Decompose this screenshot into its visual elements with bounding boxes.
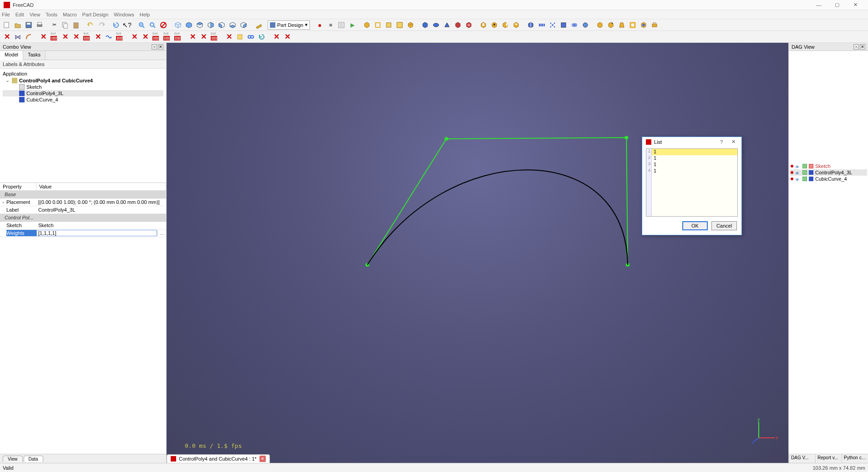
close-11-button[interactable]: ✕ (271, 32, 281, 42)
prop-group-base[interactable]: Base (0, 191, 166, 198)
prop-group-controlpol[interactable]: Control Pol... (0, 214, 166, 222)
menu-tools[interactable]: Tools (46, 12, 57, 17)
window-close-button[interactable]: ✕ (846, 2, 864, 8)
reload-button[interactable] (257, 32, 267, 42)
grid-6x4-2-button[interactable]: 6x4 (173, 32, 183, 42)
model-tree[interactable]: Application ⌄ ControlPoly4 and CubicCurv… (0, 69, 166, 183)
paste-button[interactable] (71, 20, 81, 30)
close-6-button[interactable]: ✕ (129, 32, 139, 42)
close-7-button[interactable]: ✕ (140, 32, 150, 42)
iso-view-button[interactable] (173, 20, 183, 30)
prop-weights[interactable]: Weights [1,1,1,1] … (0, 229, 166, 237)
open-button[interactable] (13, 20, 23, 30)
close-1-button[interactable]: ✕ (2, 32, 12, 42)
panel-undock-button[interactable]: ▫ (152, 44, 157, 50)
list-item[interactable]: 1 (652, 162, 737, 168)
window-minimize-button[interactable]: — (810, 2, 828, 8)
list-item[interactable]: 1 (652, 155, 737, 162)
whatsthis-button[interactable]: ↖? (122, 20, 132, 30)
close-10-button[interactable]: ✕ (224, 32, 234, 42)
pd-linear-pattern-button[interactable] (537, 20, 547, 30)
pd-shape-button[interactable] (406, 20, 416, 30)
dialog-close-button[interactable]: ✕ (729, 139, 738, 145)
menu-view[interactable]: View (30, 12, 41, 17)
macro-list-button[interactable] (336, 20, 346, 30)
measure-button[interactable] (253, 20, 263, 30)
tab-tasks[interactable]: Tasks (23, 51, 46, 60)
list-item[interactable]: 1 (652, 168, 737, 174)
prop-label[interactable]: Label ControlPoly4_3L (0, 206, 166, 214)
prop-edit-list-button[interactable]: … (157, 230, 166, 236)
tab-reportview[interactable]: Report v... (815, 454, 842, 463)
dag-item-cubiccurve[interactable]: CubicCurve_4 (790, 176, 867, 182)
top-view-button[interactable] (195, 20, 205, 30)
bowtie-button[interactable]: ⋈ (13, 32, 23, 42)
3d-viewport[interactable]: 0.0 ms / 1.$ fps x y z ControlPoly4 and … (167, 43, 788, 463)
list-item[interactable]: 1 (652, 149, 737, 155)
redo-button[interactable] (96, 20, 107, 30)
zoom-in-button[interactable] (137, 20, 147, 30)
macro-play-button[interactable]: ▶ (347, 20, 357, 30)
new-doc-button[interactable] (2, 20, 12, 30)
pd-sweep-button[interactable] (453, 20, 463, 30)
prop-tab-data[interactable]: Data (24, 456, 43, 462)
print-button[interactable] (35, 20, 45, 30)
dag-panel-close-button[interactable]: ✕ (860, 44, 865, 50)
pd-fillet-button[interactable] (595, 20, 605, 30)
save-button[interactable] (24, 20, 34, 30)
patch-button[interactable] (235, 32, 245, 42)
pd-boolean-button[interactable] (569, 20, 579, 30)
rear-view-button[interactable] (217, 20, 227, 30)
close-8-button[interactable]: ✕ (188, 32, 198, 42)
window-maximize-button[interactable]: ▢ (828, 2, 846, 8)
close-9-button[interactable]: ✕ (198, 32, 208, 42)
draw-style-button[interactable] (158, 20, 168, 30)
visibility-icon[interactable] (795, 164, 801, 168)
refresh-button[interactable] (111, 20, 121, 30)
pd-thickness-button[interactable] (628, 20, 638, 30)
macro-stop-button[interactable]: ■ (325, 20, 335, 30)
tree-item-controlpoly[interactable]: ControlPoly4_3L (3, 90, 163, 96)
doc-tab-close-button[interactable]: ✕ (259, 456, 266, 462)
front-view-button[interactable] (184, 20, 194, 30)
grid-6x6-3-button[interactable]: 6x6 (209, 32, 219, 42)
prop-tab-view[interactable]: View (3, 456, 23, 462)
pd-sub-loft-button[interactable] (511, 20, 521, 30)
arc-button[interactable] (24, 32, 34, 42)
menu-file[interactable]: File (2, 12, 10, 17)
wave-button[interactable] (104, 32, 114, 42)
close-2-button[interactable]: ✕ (38, 32, 48, 42)
left-view-button[interactable] (239, 20, 249, 30)
grid-4x4-1-button[interactable]: 4x4 (49, 32, 59, 42)
dialog-listbox[interactable]: 1 2 3 4 1 1 1 1 (646, 148, 738, 217)
grid-6x4-1-button[interactable]: 6x4 (151, 32, 161, 42)
dialog-help-button[interactable]: ? (717, 139, 726, 145)
pd-edit-sketch-button[interactable] (384, 20, 394, 30)
menu-help[interactable]: Help (140, 12, 150, 17)
tree-item-sketch[interactable]: Sketch (3, 84, 163, 90)
close-5-button[interactable]: ✕ (93, 32, 103, 42)
grid-6x6-1-button[interactable]: 6x6 (115, 32, 125, 42)
dag-item-controlpoly[interactable]: ControlPoly4_3L (790, 169, 867, 176)
close-12-button[interactable]: ✕ (282, 32, 292, 42)
pd-additive-helix-button[interactable] (464, 20, 474, 30)
bottom-view-button[interactable] (228, 20, 238, 30)
dag-item-sketch[interactable]: Sketch (790, 163, 867, 169)
close-3-button[interactable]: ✕ (60, 32, 70, 42)
dag-panel-undock-button[interactable]: ▫ (853, 44, 859, 50)
pd-mirror-button[interactable] (526, 20, 536, 30)
menu-macro[interactable]: Macro (63, 12, 77, 17)
menu-partdesign[interactable]: Part Design (82, 12, 108, 17)
zoom-out-button[interactable] (147, 20, 157, 30)
dag-body[interactable]: Sketch ControlPoly4_3L CubicCurve_4 (789, 51, 868, 454)
prop-sketch[interactable]: Sketch Sketch (0, 222, 166, 229)
grid-4x4-2-button[interactable]: 4x4 (82, 32, 92, 42)
pd-hole-button[interactable] (489, 20, 499, 30)
link-button[interactable] (246, 32, 256, 42)
cut-button[interactable]: ✂ (49, 20, 59, 30)
visibility-icon[interactable] (795, 177, 801, 181)
pd-body-button[interactable] (362, 20, 372, 30)
tree-document-row[interactable]: ⌄ ControlPoly4 and CubicCurve4 (3, 77, 163, 84)
copy-button[interactable] (60, 20, 70, 30)
pd-revolve-button[interactable] (431, 20, 441, 30)
